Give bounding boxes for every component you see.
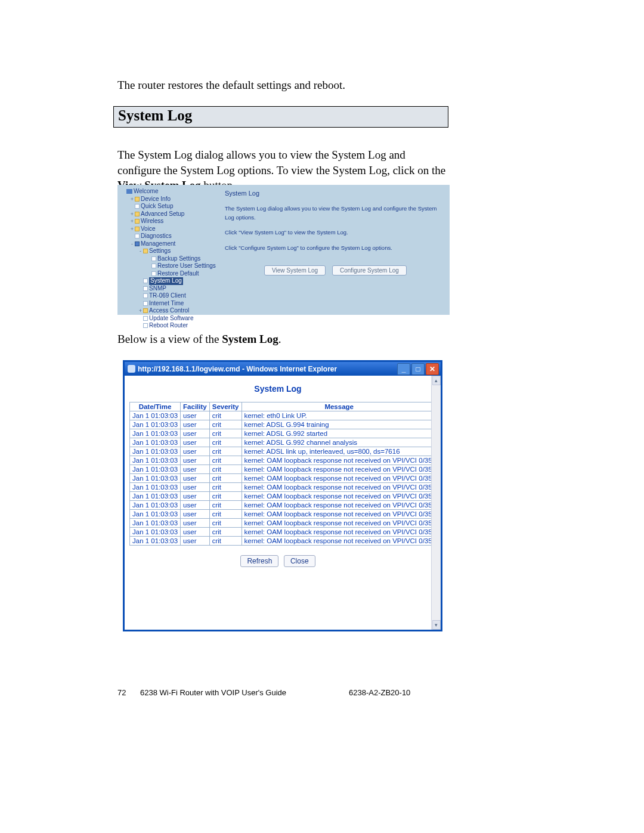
table-row: Jan 1 01:03:03usercritkernel: eth0 Link … [130, 411, 432, 420]
log-cell-msg: kernel: OAM loopback response not receiv… [242, 510, 431, 519]
nav-label: Device Info [141, 196, 171, 202]
nav-item[interactable]: +Device Info [121, 196, 222, 203]
log-cell-fac: user [181, 447, 210, 456]
page-icon [151, 271, 156, 276]
log-col-header: Severity [209, 402, 242, 411]
router-admin-screenshot: Welcome+Device InfoQuick Setup+Advanced … [117, 185, 450, 315]
panel-line2: Click "View System Log" to view the Syst… [225, 228, 446, 237]
expand-toggle[interactable]: - [129, 241, 135, 247]
nav-item[interactable]: SNMP [121, 285, 222, 293]
log-cell-msg: kernel: eth0 Link UP. [242, 411, 431, 420]
log-cell-dt: Jan 1 01:03:03 [130, 537, 181, 546]
nav-label: System Log [149, 277, 183, 285]
log-cell-fac: user [181, 492, 210, 501]
table-row: Jan 1 01:03:03usercritkernel: OAM loopba… [130, 519, 432, 528]
log-cell-sev: crit [209, 438, 242, 447]
page-icon [143, 323, 148, 328]
view-system-log-button[interactable]: View System Log [264, 265, 326, 275]
window-close-button[interactable]: ✕ [426, 363, 439, 375]
nav-label: Welcome [134, 188, 159, 194]
nav-item[interactable]: Update Software [121, 315, 222, 323]
window-title: http://192.168.1.1/logview.cmd - Windows… [138, 365, 396, 373]
page-icon [143, 278, 148, 283]
footer-docnum: 6238-A2-ZB20-10 [349, 688, 410, 697]
page-icon [151, 256, 156, 261]
nav-label: TR-069 Client [149, 292, 186, 299]
scrollbar[interactable]: ▴ ▾ [431, 376, 441, 630]
log-cell-dt: Jan 1 01:03:03 [130, 438, 181, 447]
folder-icon [135, 197, 140, 202]
log-cell-fac: user [181, 528, 210, 537]
nav-item[interactable]: Restore Default [121, 270, 222, 278]
log-cell-sev: crit [209, 456, 242, 465]
nav-label: Advanced Setup [141, 210, 184, 217]
page-icon [151, 264, 156, 268]
nav-item[interactable]: Reboot Router [121, 322, 222, 330]
nav-item[interactable]: TR-069 Client [121, 292, 222, 300]
table-row: Jan 1 01:03:03usercritkernel: OAM loopba… [130, 510, 432, 519]
log-cell-dt: Jan 1 01:03:03 [130, 447, 181, 456]
table-row: Jan 1 01:03:03usercritkernel: OAM loopba… [130, 483, 432, 492]
expand-toggle[interactable]: + [129, 196, 135, 203]
panel-line3: Click "Configure System Log" to configur… [225, 243, 446, 252]
log-cell-msg: kernel: ADSL link up, interleaved, us=80… [242, 447, 431, 456]
nav-label: Voice [141, 225, 155, 232]
log-cell-msg: kernel: ADSL G.992 started [242, 429, 431, 438]
expand-toggle[interactable]: - [138, 248, 143, 255]
expand-toggle[interactable]: + [138, 308, 143, 314]
section-heading: System Log [118, 107, 192, 124]
log-cell-msg: kernel: ADSL G.994 training [242, 420, 431, 429]
page-icon [143, 293, 148, 298]
folder-sel-icon [135, 241, 140, 246]
close-button[interactable]: Close [284, 555, 315, 567]
log-cell-sev: crit [209, 501, 242, 510]
minimize-button[interactable]: _ [397, 363, 410, 375]
log-cell-fac: user [181, 411, 210, 420]
scroll-up-button[interactable]: ▴ [432, 376, 441, 385]
log-cell-msg: kernel: OAM loopback response not receiv… [242, 519, 431, 528]
nav-item[interactable]: Quick Setup [121, 203, 222, 210]
maximize-button[interactable]: □ [411, 363, 425, 375]
log-cell-dt: Jan 1 01:03:03 [130, 501, 181, 510]
refresh-button[interactable]: Refresh [240, 555, 278, 567]
log-cell-sev: crit [209, 537, 242, 546]
nav-item[interactable]: +Wireless [121, 218, 222, 225]
expand-toggle[interactable]: + [129, 211, 135, 218]
nav-label: SNMP [149, 285, 166, 292]
para3-bold: System Log [222, 333, 278, 345]
nav-label: Internet Time [149, 300, 184, 306]
nav-item[interactable]: Restore User Settings [121, 262, 222, 270]
expand-toggle[interactable]: + [129, 226, 135, 233]
nav-item[interactable]: -Management [121, 240, 222, 248]
nav-item[interactable]: +Advanced Setup [121, 210, 222, 218]
log-cell-sev: crit [209, 519, 242, 528]
nav-item[interactable]: +Voice [121, 225, 222, 233]
log-cell-dt: Jan 1 01:03:03 [130, 429, 181, 438]
nav-item[interactable]: Backup Settings [121, 255, 222, 263]
panel-line1: The System Log dialog allows you to view… [225, 204, 446, 222]
log-cell-msg: kernel: OAM loopback response not receiv… [242, 501, 431, 510]
nav-item[interactable]: -Settings [121, 247, 222, 255]
nav-item[interactable]: +Access Control [121, 307, 222, 315]
footer-title: 6238 Wi-Fi Router with VOIP User's Guide [140, 688, 286, 697]
nav-label: Restore Default [157, 270, 199, 277]
log-cell-sev: crit [209, 420, 242, 429]
nav-item[interactable]: Internet Time [121, 300, 222, 308]
scroll-down-button[interactable]: ▾ [432, 620, 441, 630]
configure-system-log-button[interactable]: Configure System Log [332, 265, 407, 275]
nav-label: Settings [149, 247, 171, 254]
intro-paragraph: The router restores the default settings… [117, 78, 451, 93]
table-row: Jan 1 01:03:03usercritkernel: OAM loopba… [130, 456, 432, 465]
nav-label: Access Control [149, 307, 189, 314]
log-cell-sev: crit [209, 510, 242, 519]
nav-item[interactable]: System Log [121, 277, 222, 285]
nav-item[interactable]: Welcome [121, 188, 222, 196]
expand-toggle[interactable]: + [129, 218, 135, 225]
nav-label: Update Software [149, 315, 194, 321]
table-row: Jan 1 01:03:03usercritkernel: OAM loopba… [130, 474, 432, 483]
log-cell-dt: Jan 1 01:03:03 [130, 483, 181, 492]
nav-item[interactable]: Diagnostics [121, 233, 222, 240]
log-cell-msg: kernel: OAM loopback response not receiv… [242, 483, 431, 492]
page-icon [143, 286, 148, 291]
table-row: Jan 1 01:03:03usercritkernel: ADSL G.992… [130, 438, 432, 447]
